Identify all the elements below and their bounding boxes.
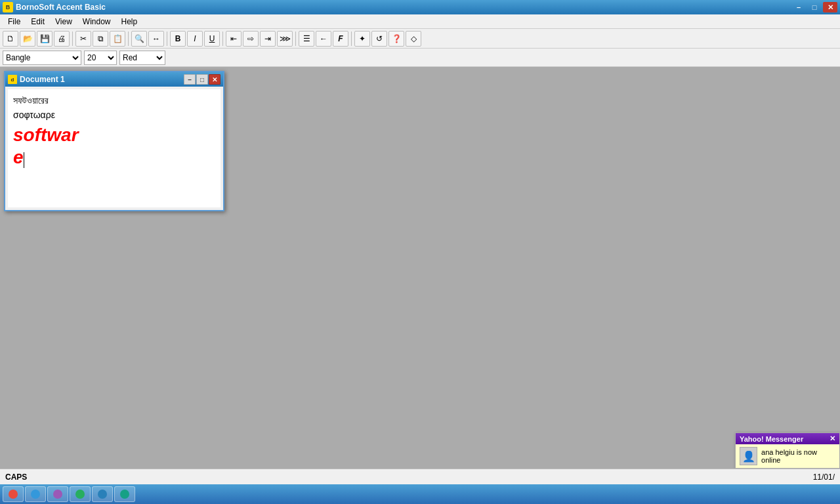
align-left-button[interactable]: ⇤ <box>226 31 242 47</box>
redo-button[interactable]: ❓ <box>388 31 404 47</box>
size-selector[interactable]: 1012141618 20242832 <box>84 51 117 65</box>
copy-button[interactable]: ⧉ <box>93 31 108 47</box>
special-char-button[interactable]: ✦ <box>354 31 370 47</box>
toolbar: 🗋 📂 💾 🖨 ✂ ⧉ 📋 🔍 ↔ B I U ⇤ ⇨ ⇥ ⋙ ☰ ← F ✦ … <box>0 29 840 49</box>
font-selector[interactable]: Bangle Arial Times New Roman <box>3 51 81 65</box>
help-button[interactable]: ◇ <box>406 31 421 47</box>
app-icon: B <box>3 2 13 12</box>
rtl-button[interactable]: ← <box>316 31 331 47</box>
undo-button[interactable]: ↺ <box>371 31 387 47</box>
open-button[interactable]: 📂 <box>20 31 35 47</box>
text-cursor <box>24 152 24 168</box>
status-bar: CAPS 11/01/ <box>0 469 840 484</box>
cut-button[interactable]: ✂ <box>75 31 91 47</box>
separator-3 <box>167 32 167 46</box>
menu-view[interactable]: View <box>50 16 77 28</box>
menu-file[interactable]: File <box>3 16 26 28</box>
replace-button[interactable]: ↔ <box>148 31 164 47</box>
color-selector[interactable]: Red Black Blue Green <box>119 51 165 65</box>
document-window: d Document 1 – □ ✕ সফটওয়ারের σοφτωαρε s… <box>4 71 224 211</box>
yahoo-header: Yahoo! Messenger ✕ <box>736 433 839 444</box>
separator-1 <box>72 32 73 46</box>
text-line-bengali: সফটওয়ারের <box>13 94 215 108</box>
separator-6 <box>351 32 352 46</box>
taskbar-item-1[interactable] <box>3 486 24 502</box>
bold-button[interactable]: B <box>170 31 186 47</box>
date-display: 11/01/ <box>813 472 835 482</box>
find-button[interactable]: 🔍 <box>131 31 147 47</box>
yahoo-message: ana helgiu is now online <box>761 448 835 464</box>
align-center-button[interactable]: ⇨ <box>243 31 259 47</box>
yahoo-avatar: 👤 <box>740 447 757 465</box>
taskbar-item-5[interactable] <box>92 486 113 502</box>
separator-4 <box>222 32 223 46</box>
paste-button[interactable]: 📋 <box>110 31 125 47</box>
taskbar <box>0 484 840 504</box>
taskbar-icon-3 <box>53 490 62 499</box>
text-line-software: software <box>13 124 215 168</box>
yahoo-notification: Yahoo! Messenger ✕ 👤 ana helgiu is now o… <box>735 432 840 469</box>
document-controls: – □ ✕ <box>184 74 220 85</box>
minimize-button[interactable]: – <box>791 2 806 12</box>
doc-minimize-button[interactable]: – <box>184 74 196 85</box>
workspace: d Document 1 – □ ✕ সফটওয়ারের σοφτωαρε s… <box>0 67 840 484</box>
document-icon: d <box>8 75 17 84</box>
title-bar: B BornoSoft Accent Basic – □ ✕ <box>0 0 840 14</box>
doc-title-left: d Document 1 <box>8 75 65 84</box>
text-line-greek: σοφτωαρε <box>13 109 215 122</box>
title-bar-controls: – □ ✕ <box>791 2 837 12</box>
document-title-bar: d Document 1 – □ ✕ <box>5 72 223 87</box>
menu-help[interactable]: Help <box>116 16 143 28</box>
spell-button[interactable]: F <box>333 31 348 47</box>
caps-indicator: CAPS <box>5 472 27 482</box>
format-bar: Bangle Arial Times New Roman 1012141618 … <box>0 49 840 67</box>
taskbar-icon-4 <box>75 490 85 499</box>
taskbar-icon-6 <box>120 490 129 499</box>
justify-button[interactable]: ⋙ <box>277 31 293 47</box>
menu-window[interactable]: Window <box>77 16 116 28</box>
taskbar-icon-5 <box>98 490 107 499</box>
italic-button[interactable]: I <box>187 31 203 47</box>
taskbar-item-4[interactable] <box>70 486 91 502</box>
taskbar-item-6[interactable] <box>114 486 135 502</box>
yahoo-title: Yahoo! Messenger <box>740 435 803 443</box>
taskbar-item-3[interactable] <box>47 486 68 502</box>
underline-button[interactable]: U <box>204 31 220 47</box>
doc-close-button[interactable]: ✕ <box>209 74 220 85</box>
document-content[interactable]: সফটওয়ারের σοφτωαρε software <box>8 89 220 207</box>
close-button[interactable]: ✕ <box>823 2 837 12</box>
taskbar-icon-1 <box>9 490 18 499</box>
taskbar-item-2[interactable] <box>25 486 46 502</box>
taskbar-icon-2 <box>31 490 40 499</box>
new-button[interactable]: 🗋 <box>3 31 18 47</box>
separator-2 <box>128 32 129 46</box>
app-title: BornoSoft Accent Basic <box>16 3 106 12</box>
align-right-button[interactable]: ⇥ <box>260 31 276 47</box>
document-title: Document 1 <box>20 75 65 84</box>
yahoo-close-icon[interactable]: ✕ <box>830 434 835 443</box>
title-bar-left: B BornoSoft Accent Basic <box>3 2 106 12</box>
maximize-button[interactable]: □ <box>807 2 822 12</box>
list-button[interactable]: ☰ <box>299 31 314 47</box>
menu-bar: File Edit View Window Help <box>0 14 840 29</box>
save-button[interactable]: 💾 <box>37 31 52 47</box>
doc-maximize-button[interactable]: □ <box>196 74 208 85</box>
menu-edit[interactable]: Edit <box>26 16 50 28</box>
yahoo-body: 👤 ana helgiu is now online <box>736 444 839 468</box>
separator-5 <box>295 32 296 46</box>
print-button[interactable]: 🖨 <box>54 31 70 47</box>
